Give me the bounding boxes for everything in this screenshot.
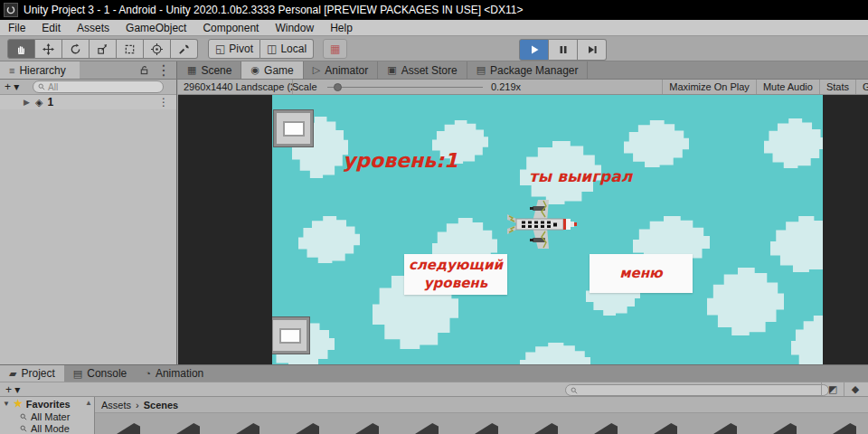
search-filter-icon (20, 411, 27, 422)
add-gameobject-button[interactable]: + ▾ (5, 80, 19, 93)
cloud (707, 268, 784, 335)
favorites-star-icon: ★ (14, 398, 23, 410)
hierarchy-tab-label: Hierarchy (19, 64, 65, 77)
custom-tool-button[interactable] (171, 39, 198, 59)
cloud (791, 316, 823, 364)
breadcrumb-assets[interactable]: Assets (101, 400, 131, 410)
next-level-button[interactable]: следующий уровень (404, 254, 507, 295)
resolution-dropdown[interactable]: 2960x1440 Landscape (2 ▾ (180, 80, 293, 94)
label-tag-icon[interactable]: ◆ (844, 382, 866, 396)
scene-asset-thumbnail[interactable] (355, 423, 379, 434)
tab-package-manager[interactable]: ▤Package Manager (467, 61, 589, 79)
unity-logo-icon (4, 3, 18, 17)
scale-tool-button[interactable] (90, 39, 117, 59)
button-maximize-on-play[interactable]: Maximize On Play (662, 80, 756, 94)
project-search-input[interactable] (565, 384, 829, 396)
local-toggle-button[interactable]: ◫ Local (260, 39, 314, 59)
button-g[interactable]: G (855, 80, 868, 94)
scroll-up-icon[interactable]: ▲ (85, 399, 92, 407)
hierarchy-item-scene[interactable]: ▶ ◈ 1 ⋮ (0, 95, 176, 109)
next-level-line1: следующий (409, 257, 503, 275)
scale-slider-track[interactable] (327, 87, 483, 88)
scene-asset-thumbnail[interactable] (176, 423, 200, 434)
tab-project[interactable]: ▰Project (0, 365, 64, 382)
foldout-arrow-icon[interactable]: ▼ (3, 400, 10, 408)
game-square-button-top[interactable] (274, 110, 313, 146)
cloud (764, 118, 823, 168)
menu-assets[interactable]: Assets (69, 20, 118, 35)
scene-asset-thumbnail[interactable] (415, 423, 439, 434)
scene-asset-thumbnail[interactable] (236, 423, 259, 434)
menu-component[interactable]: Component (194, 20, 267, 35)
kebab-menu-icon[interactable]: ⋮ (156, 61, 171, 79)
scene-asset-thumbnail[interactable] (594, 423, 618, 434)
button-stats[interactable]: Stats (819, 80, 855, 94)
scene-asset-thumbnail[interactable] (534, 423, 558, 434)
menu-file[interactable]: File (0, 20, 33, 35)
hand-tool-button[interactable] (7, 39, 35, 59)
grid-snap-button[interactable]: ▦ (323, 39, 347, 59)
expand-arrow-icon[interactable]: ▶ (24, 98, 30, 107)
menu-gameobject[interactable]: GameObject (118, 20, 194, 35)
tab-label: Package Manager (490, 64, 578, 77)
scene-asset-thumbnail[interactable] (296, 423, 319, 434)
next-level-line2: уровень (424, 275, 487, 293)
scene-asset-thumbnail[interactable] (475, 423, 498, 434)
menu-bar: FileEditAssetsGameObjectComponentWindowH… (0, 20, 868, 36)
tab-console[interactable]: ▤Console (64, 365, 136, 382)
tab-scene[interactable]: ▦Scene (178, 61, 241, 79)
pivot-label: Pivot (229, 42, 253, 55)
tab-game[interactable]: ◉Game (241, 61, 303, 79)
tab-label: Animation (156, 367, 203, 380)
tab-label: Asset Store (401, 64, 458, 77)
item-kebab-icon[interactable]: ⋮ (158, 96, 169, 108)
package-manager-icon: ▤ (476, 64, 486, 76)
assets-grid[interactable] (95, 413, 868, 434)
breadcrumb-scenes[interactable]: Scenes (144, 400, 179, 410)
tab-asset-store[interactable]: ▣Asset Store (378, 61, 467, 79)
tab-label: Animator (325, 64, 368, 77)
resolution-value: 2960x1440 Landscape (2 (184, 81, 293, 92)
pivot-toggle-button[interactable]: ◱ Pivot (208, 39, 260, 59)
hamburger-icon: ≡ (9, 65, 14, 76)
hierarchy-search-placeholder: All (48, 82, 58, 92)
project-toolbar-icons: ◩ ◆ (821, 382, 866, 396)
menu-help[interactable]: Help (322, 20, 361, 35)
transform-tool-button[interactable] (144, 39, 171, 59)
pivot-icon: ◱ (215, 42, 225, 55)
tab-label: Project (21, 367, 54, 380)
move-tool-button[interactable] (35, 39, 62, 59)
hidden-packages-icon[interactable]: ◩ (821, 382, 844, 396)
tab-label: Scene (201, 64, 231, 77)
button-mute-audio[interactable]: Mute Audio (756, 80, 819, 94)
local-cube-icon: ◫ (267, 42, 277, 55)
favorites-item[interactable]: ▼ ★ Favorites (0, 397, 94, 410)
scale-slider-knob[interactable] (334, 83, 342, 91)
rect-tool-button[interactable] (117, 39, 144, 59)
menu-window[interactable]: Window (267, 20, 322, 35)
scene-asset-thumbnail[interactable] (117, 423, 140, 434)
level-label: уровень:1 (343, 149, 458, 172)
tab-animation[interactable]: ◔Animation (136, 365, 212, 382)
tab-animator[interactable]: ▷Animator (304, 61, 379, 79)
create-asset-button[interactable]: + ▾ (5, 383, 20, 396)
step-button[interactable] (578, 39, 607, 61)
scene-asset-thumbnail[interactable] (654, 423, 677, 434)
animator-icon: ▷ (313, 64, 320, 76)
scene-asset-thumbnail[interactable] (773, 423, 797, 434)
unlock-icon[interactable] (139, 62, 149, 79)
game-square-button-bottom[interactable] (272, 317, 309, 354)
scene-asset-thumbnail[interactable] (833, 423, 856, 434)
favorites-child-all-mode[interactable]: All Mode (0, 422, 94, 434)
favorites-child-label: All Mater (31, 411, 70, 422)
game-toolbar-buttons: Maximize On PlayMute AudioStatsG (662, 80, 868, 94)
pause-button[interactable] (549, 39, 578, 61)
scene-asset-thumbnail[interactable] (713, 423, 737, 434)
favorites-child-all-mater[interactable]: All Mater (0, 410, 94, 422)
square-button-icon (283, 121, 305, 137)
play-button[interactable] (519, 39, 549, 61)
rotate-tool-button[interactable] (62, 39, 90, 59)
menu-edit[interactable]: Edit (33, 20, 69, 35)
menu-button[interactable]: меню (590, 254, 693, 293)
hierarchy-search-input[interactable]: All (33, 80, 164, 93)
